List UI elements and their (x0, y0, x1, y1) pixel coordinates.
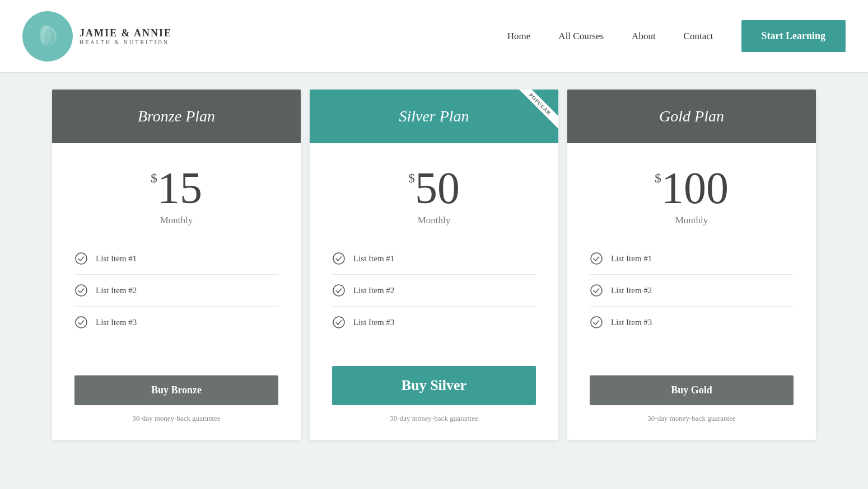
start-learning-button[interactable]: Start Learning (741, 20, 846, 52)
logo-area: JAMIE & ANNIE HEALTH & NUTRITION (22, 11, 172, 62)
gold-plan-header: Gold Plan (567, 90, 816, 143)
svg-point-9 (591, 317, 602, 328)
silver-feature-3-text: List Item #3 (353, 318, 394, 327)
logo-subtitle: HEALTH & NUTRITION (80, 39, 172, 45)
nav-item-contact[interactable]: Contact (684, 31, 713, 42)
silver-feature-2: List Item #2 (332, 275, 536, 307)
silver-guarantee: 30-day money-back guarantee (390, 414, 478, 423)
gold-plan-card: Gold Plan $ 100 Monthly List Item #1 (567, 90, 816, 440)
bronze-feature-1-text: List Item #1 (96, 254, 137, 264)
nav-links: Home All Courses About Contact Start Lea… (507, 20, 846, 52)
bronze-feature-1: List Item #1 (74, 243, 278, 275)
bronze-price-area: $ 15 Monthly (52, 143, 301, 237)
svg-point-6 (333, 317, 344, 328)
svg-point-1 (76, 253, 87, 264)
svg-point-5 (333, 285, 344, 296)
bronze-footer: Buy Bronze 30-day money-back guarantee (52, 364, 301, 440)
gold-feature-1: List Item #1 (590, 243, 794, 275)
bronze-features: List Item #1 List Item #2 List Item #3 (52, 237, 301, 364)
svg-point-4 (333, 253, 344, 264)
check-icon-3 (74, 316, 88, 329)
bronze-feature-2: List Item #2 (74, 275, 278, 307)
popular-badge: POPULAR (514, 90, 558, 134)
gold-period: Monthly (578, 215, 805, 226)
svg-point-8 (591, 285, 602, 296)
silver-plan-header: Silver Plan POPULAR (310, 90, 558, 143)
bronze-guarantee: 30-day money-back guarantee (132, 414, 220, 423)
logo-svg (28, 17, 67, 56)
nav-item-about[interactable]: About (632, 31, 656, 42)
gold-feature-2: List Item #2 (590, 275, 794, 307)
navbar: JAMIE & ANNIE HEALTH & NUTRITION Home Al… (0, 0, 868, 73)
gold-feature-1-text: List Item #1 (611, 254, 652, 264)
silver-price-dollar: $ (408, 171, 415, 185)
gold-price-wrap: $ 100 (655, 166, 729, 210)
bronze-feature-2-text: List Item #2 (96, 286, 137, 295)
silver-feature-1: List Item #1 (332, 243, 536, 275)
gold-price-number: 100 (661, 166, 729, 210)
gold-check-icon-1 (590, 252, 603, 265)
logo-text: JAMIE & ANNIE HEALTH & NUTRITION (80, 27, 172, 45)
silver-feature-2-text: List Item #2 (353, 286, 394, 295)
silver-check-icon-2 (332, 284, 346, 297)
silver-plan-title: Silver Plan (399, 107, 469, 125)
gold-features: List Item #1 List Item #2 List Item #3 (567, 237, 816, 364)
svg-point-3 (76, 317, 87, 328)
bronze-feature-3: List Item #3 (74, 307, 278, 338)
gold-guarantee: 30-day money-back guarantee (647, 414, 735, 423)
gold-feature-3-text: List Item #3 (611, 318, 652, 327)
gold-feature-2-text: List Item #2 (611, 286, 652, 295)
bronze-plan-title: Bronze Plan (138, 107, 215, 125)
silver-period: Monthly (321, 215, 547, 226)
bronze-price-dollar: $ (151, 171, 157, 185)
bronze-plan-header: Bronze Plan (52, 90, 301, 143)
bronze-feature-3-text: List Item #3 (96, 318, 137, 327)
bronze-plan-card: Bronze Plan $ 15 Monthly List Item #1 (52, 90, 301, 440)
logo-name: JAMIE & ANNIE (80, 27, 172, 39)
gold-check-icon-2 (590, 284, 603, 297)
check-icon-2 (74, 284, 88, 297)
bronze-price-wrap: $ 15 (151, 166, 202, 210)
logo-circle (22, 11, 73, 62)
silver-check-icon-3 (332, 316, 346, 329)
gold-check-icon-3 (590, 316, 603, 329)
bronze-period: Monthly (63, 215, 290, 226)
silver-price-area: $ 50 Monthly (310, 143, 558, 237)
gold-feature-3: List Item #3 (590, 307, 794, 338)
main-content: Bronze Plan $ 15 Monthly List Item #1 (0, 73, 868, 473)
nav-item-home[interactable]: Home (507, 31, 531, 42)
check-icon-1 (74, 252, 88, 265)
silver-price-number: 50 (415, 166, 460, 210)
buy-bronze-button[interactable]: Buy Bronze (74, 375, 278, 405)
silver-footer: Buy Silver 30-day money-back guarantee (310, 355, 558, 440)
gold-plan-title: Gold Plan (659, 107, 724, 125)
buy-gold-button[interactable]: Buy Gold (590, 375, 794, 405)
silver-feature-1-text: List Item #1 (353, 254, 394, 264)
nav-item-all-courses[interactable]: All Courses (558, 31, 604, 42)
pricing-grid: Bronze Plan $ 15 Monthly List Item #1 (48, 90, 820, 440)
silver-check-icon-1 (332, 252, 346, 265)
gold-price-area: $ 100 Monthly (567, 143, 816, 237)
buy-silver-button[interactable]: Buy Silver (332, 366, 536, 405)
popular-badge-label: POPULAR (515, 90, 558, 129)
gold-price-dollar: $ (655, 171, 661, 185)
silver-price-wrap: $ 50 (408, 166, 460, 210)
gold-footer: Buy Gold 30-day money-back guarantee (567, 364, 816, 440)
svg-point-2 (76, 285, 87, 296)
silver-plan-card: Silver Plan POPULAR $ 50 Monthly (310, 90, 558, 440)
silver-features: List Item #1 List Item #2 List Item #3 (310, 237, 558, 355)
bronze-price-number: 15 (157, 166, 202, 210)
silver-feature-3: List Item #3 (332, 307, 536, 338)
svg-point-7 (591, 253, 602, 264)
